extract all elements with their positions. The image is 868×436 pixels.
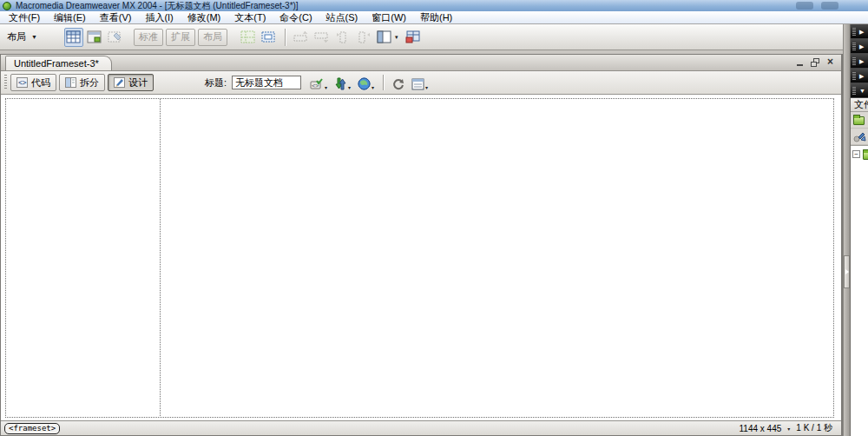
insert-column-right-icon <box>356 30 372 43</box>
menu-window[interactable]: 窗口(W) <box>365 11 413 23</box>
frames-dropdown-arrow[interactable]: ▾ <box>395 34 398 41</box>
insert-row-below-icon <box>314 30 330 43</box>
draw-layout-cell-icon <box>261 30 276 43</box>
file-management-dropdown-arrow: ▾ <box>348 84 351 90</box>
toolbar-separator <box>383 75 384 90</box>
window-size-dropdown-arrow[interactable]: ▾ <box>787 426 790 432</box>
insert-bar: 布局 ▼ <box>0 24 843 50</box>
insert-column-left-button[interactable] <box>333 28 352 47</box>
mode-expanded-button[interactable]: 扩展 <box>166 29 195 46</box>
menu-text[interactable]: 文本(T) <box>227 11 273 23</box>
window-maximize-button[interactable] <box>821 2 838 10</box>
menu-commands[interactable]: 命令(C) <box>273 11 319 23</box>
site-root-folder-icon[interactable] <box>863 151 868 160</box>
frame-divider[interactable] <box>160 98 161 418</box>
draw-layer-icon <box>108 30 122 43</box>
panel-group-header-4[interactable]: ▶ <box>851 69 868 83</box>
files-toolbar-row[interactable] <box>851 129 868 145</box>
split-view-button[interactable]: 拆分 <box>59 74 105 91</box>
insert-category-dropdown[interactable]: 布局 ▼ <box>7 30 37 43</box>
import-tabular-data-button[interactable] <box>403 28 422 47</box>
site-folder-icon <box>853 116 865 125</box>
menu-insert[interactable]: 插入(I) <box>138 11 180 23</box>
document-toolbar: <> 代码 拆分 <box>1 71 841 95</box>
doc-minimize-button[interactable] <box>797 64 803 66</box>
frames-button[interactable] <box>375 28 394 47</box>
layout-table-button[interactable] <box>239 28 258 47</box>
doc-restore-button[interactable] <box>811 58 819 67</box>
preview-in-browser-icon <box>358 77 371 90</box>
menu-modify[interactable]: 修改(M) <box>181 11 228 23</box>
panel-group-header-2[interactable]: ▶ <box>851 39 868 54</box>
design-view-button[interactable]: 设计 <box>108 74 154 91</box>
files-site-row[interactable] <box>851 112 868 129</box>
document-window-controls: × <box>797 56 833 68</box>
frame-left[interactable] <box>6 99 159 417</box>
files-panel-tabs: 文件 <box>851 98 868 112</box>
frame-right[interactable] <box>161 99 833 417</box>
menu-help[interactable]: 帮助(H) <box>413 11 459 23</box>
refresh-button[interactable] <box>392 75 404 90</box>
insert-div-icon <box>87 30 102 43</box>
code-view-label: 代码 <box>31 76 50 89</box>
tab-files[interactable]: 文件 <box>854 98 868 111</box>
code-view-button[interactable]: <> 代码 <box>10 74 56 91</box>
document-tab[interactable]: UntitledFrameset-3* <box>5 56 112 70</box>
dreamweaver-app-icon <box>3 2 11 10</box>
document-size-time: 1 K / 1 秒 <box>796 422 832 434</box>
window-controls <box>796 2 838 10</box>
design-view-label: 设计 <box>128 76 148 89</box>
preview-in-browser-button[interactable]: ▾ <box>358 75 374 90</box>
refresh-icon <box>392 78 404 90</box>
svg-text:<>: <> <box>18 79 27 87</box>
expand-arrow-icon: ▶ <box>859 43 864 50</box>
design-view-icon <box>114 77 125 88</box>
insert-div-button[interactable] <box>85 28 104 47</box>
browser-check-button[interactable]: <> ▾ <box>310 75 327 90</box>
toolbar-separator <box>285 29 286 46</box>
panel-gripper <box>852 43 856 50</box>
design-canvas[interactable] <box>1 95 841 420</box>
menu-site[interactable]: 站点(S) <box>319 11 365 23</box>
panel-dock: ▶ ▶ ▶ ▶ ▼ 文件 <box>843 24 868 436</box>
window-title: Macromedia Dreamweaver MX 2004 - [无标题文档 … <box>16 0 299 11</box>
draw-layout-cell-button[interactable] <box>260 28 279 47</box>
window-size-value: 1144 x 445 <box>740 424 782 433</box>
insert-category-label: 布局 <box>7 30 26 43</box>
insert-row-below-button[interactable] <box>312 28 332 47</box>
insert-row-above-button[interactable] <box>292 28 311 47</box>
layout-mode-group: 标准 扩展 布局 <box>134 29 230 46</box>
mode-layout-button[interactable]: 布局 <box>198 29 227 46</box>
panel-group-header-files[interactable]: ▼ <box>851 83 868 98</box>
panel-group-header-1[interactable]: ▶ <box>851 24 868 39</box>
window-minimize-button[interactable] <box>796 2 813 10</box>
document-tabbar: UntitledFrameset-3* × <box>1 55 841 71</box>
draw-layer-button[interactable] <box>106 28 125 47</box>
menu-file[interactable]: 文件(F) <box>2 11 47 23</box>
doc-close-button[interactable]: × <box>827 57 833 67</box>
title-field-label: 标题: <box>205 76 227 89</box>
code-view-icon: <> <box>16 77 28 88</box>
view-options-button[interactable]: ▾ <box>411 75 428 90</box>
insert-column-right-button[interactable] <box>354 28 373 47</box>
files-tree: − <box>851 145 868 436</box>
dock-splitter[interactable] <box>843 24 850 436</box>
menu-edit[interactable]: 编辑(E) <box>47 11 93 23</box>
tag-selector-frameset[interactable]: <frameset> <box>4 423 60 434</box>
collapse-arrow-icon: ▼ <box>859 88 865 94</box>
file-management-button[interactable]: ▾ <box>334 75 351 90</box>
panel-group-header-3[interactable]: ▶ <box>851 54 868 69</box>
insert-table-icon <box>66 30 81 43</box>
menu-view[interactable]: 查看(V) <box>93 11 139 23</box>
insert-table-button[interactable] <box>64 28 83 47</box>
mode-standard-button[interactable]: 标准 <box>134 29 163 46</box>
layout-table-icon <box>240 30 255 43</box>
status-right-group: 1144 x 445 ▾ 1 K / 1 秒 <box>740 422 832 434</box>
tree-collapse-expander[interactable]: − <box>852 150 860 158</box>
document-title-input[interactable] <box>232 76 301 89</box>
window-titlebar: Macromedia Dreamweaver MX 2004 - [无标题文档 … <box>0 0 868 11</box>
insert-column-left-icon <box>335 30 351 43</box>
preview-dropdown-arrow: ▾ <box>372 84 374 90</box>
dock-collapse-button[interactable] <box>844 255 850 288</box>
panel-gripper <box>852 87 856 95</box>
